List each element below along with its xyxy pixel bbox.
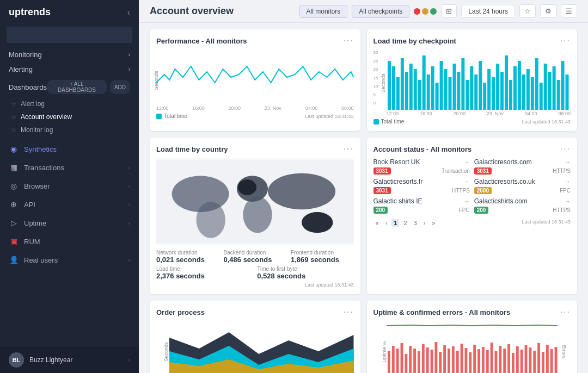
star-bookmark-icon[interactable]: ☆	[519, 4, 536, 18]
account-status-menu[interactable]: ···	[560, 144, 571, 154]
account-status-table: Book Resort UK → 3031 Transaction Galact…	[373, 158, 571, 214]
grid-view-icon[interactable]: ⊞	[441, 4, 457, 18]
account-overview-label: Account overview	[21, 113, 72, 121]
order-process-menu[interactable]: ···	[343, 307, 353, 317]
status-row-3: Galactic shirts IE → 200 FPC Galacticshi…	[373, 197, 571, 214]
checkpoint-x-labels: 12:00 16:00 20:00 23. Nov 04:00 08:00	[387, 111, 571, 116]
svg-rect-0	[387, 61, 390, 110]
galactic-co-uk-arrow[interactable]: →	[565, 178, 571, 185]
api-icon: ⊕	[9, 200, 19, 209]
user-menu-chevron[interactable]: ›	[128, 357, 130, 363]
last-page-btn[interactable]: »	[430, 219, 437, 227]
svg-rect-67	[443, 345, 446, 373]
uptime-errors-menu[interactable]: ···	[560, 307, 571, 317]
uptime-y-label: Uptime %	[381, 341, 387, 362]
galactic-co-uk-code: 2000	[474, 187, 492, 194]
settings-icon[interactable]: ⚙	[540, 4, 556, 18]
book-resort-code: 3031	[373, 167, 391, 175]
svg-rect-30	[517, 61, 520, 110]
load-time-country-menu[interactable]: ···	[343, 144, 353, 154]
dashboards-label: Dashboards	[9, 83, 47, 91]
load-time-checkpoint-menu[interactable]: ···	[560, 36, 571, 46]
prev-page-btn[interactable]: ‹	[383, 219, 390, 227]
performance-legend: Total time	[156, 113, 187, 119]
svg-rect-28	[509, 80, 512, 110]
svg-rect-10	[431, 66, 434, 110]
y-axis-labels: 30 25 20 15 10 5 0	[373, 50, 384, 105]
status-row-2: Galacticresorts.fr → 3031 HTTPS Galactic…	[373, 178, 571, 194]
add-dashboard-button[interactable]: ADD	[110, 80, 130, 94]
monitoring-chevron: ›	[128, 52, 130, 58]
galacticshirts-com-details: 200 HTTPS	[474, 207, 571, 214]
synthetics-icon: ◉	[9, 144, 19, 154]
frontend-value: 1,869 seconds	[291, 256, 354, 264]
svg-rect-12	[439, 61, 443, 110]
galactic-ie-name: Galactic shirts IE	[373, 197, 422, 205]
galactic-com-type: HTTPS	[553, 168, 571, 174]
svg-rect-71	[460, 344, 463, 373]
cp-x-0800: 08:00	[558, 111, 571, 116]
sidebar-item-alert-log[interactable]: ☆ Alert log	[9, 97, 130, 110]
sidebar-item-uptime[interactable]: ▷ Uptime ›	[0, 214, 139, 232]
page-3-btn[interactable]: 3	[412, 219, 419, 227]
first-page-btn[interactable]: «	[373, 219, 381, 227]
galactic-ie-arrow[interactable]: →	[464, 198, 470, 204]
svg-rect-75	[477, 349, 480, 373]
cp-x-1600: 16:00	[420, 111, 432, 116]
performance-chart: Seconds 12:00 16:00 20:00 23. Nov 04:00 …	[156, 50, 354, 111]
all-dashboards-button[interactable]: ↑ ALL DASHBOARDS	[47, 80, 107, 94]
performance-y-label: Seconds	[154, 71, 159, 90]
time-range-button[interactable]: Last 24 hours	[461, 5, 515, 18]
performance-card-menu[interactable]: ···	[343, 36, 353, 46]
sidebar-header: uptrends ‹	[0, 0, 139, 24]
star-icon: ☆	[11, 101, 16, 108]
sidebar-item-api[interactable]: ⊕ API ›	[0, 195, 139, 214]
sidebar-item-account-overview[interactable]: ☆ Account overview	[9, 110, 130, 123]
network-value: 0,021 seconds	[156, 256, 219, 264]
next-page-btn[interactable]: ›	[421, 219, 428, 227]
ttfb-label: Time to first byte	[257, 266, 353, 272]
dashboard-grid: Performance - All monitors ··· Seconds 1…	[139, 23, 588, 373]
sidebar-item-transactions[interactable]: ▦ Transactions ›	[0, 158, 139, 177]
svg-rect-90	[542, 352, 544, 373]
y10: 10	[373, 84, 384, 89]
backend-label: Backend duration	[224, 250, 287, 256]
svg-point-47	[268, 173, 335, 210]
rum-icon: ▣	[9, 237, 19, 246]
page-1-btn[interactable]: 1	[391, 219, 399, 227]
sidebar-item-monitor-log[interactable]: ☆ Monitor log	[9, 123, 130, 136]
api-label: API	[24, 201, 123, 209]
alert-log-label: Alert log	[21, 100, 45, 108]
frontend-label: Frontend duration	[291, 250, 354, 256]
galactic-com-arrow[interactable]: →	[565, 159, 571, 165]
svg-rect-93	[554, 347, 557, 373]
svg-rect-36	[543, 64, 547, 110]
sidebar-item-rum[interactable]: ▣ RUM	[0, 232, 139, 251]
sidebar-item-alerting[interactable]: Alerting ›	[0, 62, 139, 77]
sidebar-collapse-button[interactable]: ‹	[127, 8, 130, 17]
monitoring-label: Monitoring	[9, 51, 42, 59]
svg-rect-4	[405, 72, 408, 110]
galacticshirts-com-arrow[interactable]: →	[565, 198, 571, 204]
sidebar-item-synthetics[interactable]: ◉ Synthetics	[0, 140, 139, 158]
status-cell-inner-4: Galacticresorts.co.uk →	[474, 178, 571, 185]
api-chevron: ›	[128, 202, 130, 208]
all-checkpoints-button[interactable]: All checkpoints	[352, 5, 409, 18]
sidebar-item-browser[interactable]: ◎ Browser ›	[0, 177, 139, 195]
galactic-ie-details: 200 FPC	[373, 207, 470, 214]
dashboards-header[interactable]: Dashboards ↑ ALL DASHBOARDS ADD	[9, 80, 130, 94]
cp-x-0400: 04:00	[525, 111, 537, 116]
x-label-0400: 04:00	[305, 105, 318, 111]
uptime-chevron: ›	[128, 220, 130, 226]
page-2-btn[interactable]: 2	[401, 219, 409, 227]
rum-label: RUM	[24, 238, 130, 246]
book-resort-arrow[interactable]: →	[464, 159, 470, 165]
svg-rect-65	[434, 342, 437, 373]
sidebar-item-monitoring[interactable]: Monitoring ›	[0, 47, 139, 62]
sidebar-item-real-users[interactable]: 👤 Real users ›	[0, 251, 139, 269]
galactic-fr-arrow[interactable]: →	[464, 178, 470, 185]
sidebar-search-input[interactable]	[7, 27, 132, 43]
more-options-icon[interactable]: ☰	[561, 4, 577, 18]
all-monitors-button[interactable]: All monitors	[299, 5, 348, 18]
star-icon: ☆	[11, 127, 16, 134]
